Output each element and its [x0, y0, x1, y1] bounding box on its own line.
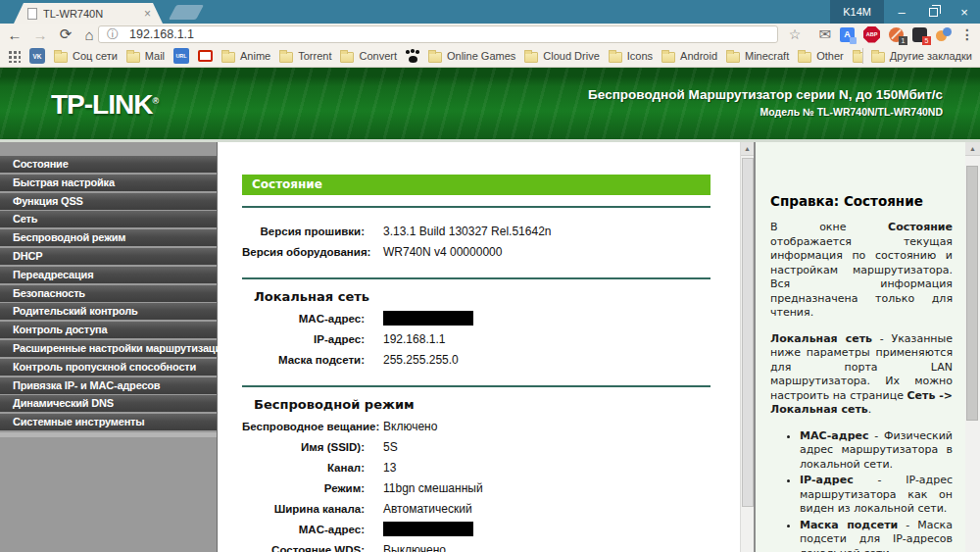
minimize-button[interactable]: –	[886, 0, 917, 24]
translate-extension-icon[interactable]: A	[840, 27, 855, 42]
bookmark-item-15[interactable]: Other	[798, 50, 844, 63]
row-value: 13	[365, 461, 396, 475]
bookmark-item-4[interactable]: URL	[173, 48, 189, 64]
restore-button[interactable]	[917, 0, 949, 24]
status-row: Версия оборудования:WR740N v4 00000000	[242, 241, 710, 262]
other-bookmarks-label: Другие закладки	[890, 50, 972, 62]
row-label: Режим:	[242, 482, 365, 494]
folder-icon	[726, 52, 740, 63]
url-text[interactable]: 192.168.1.1	[129, 27, 194, 41]
help-paragraph: Локальная сеть - Указанные ниже параметр…	[770, 332, 953, 418]
vk-icon: VK	[29, 48, 45, 64]
bookmark-item-1[interactable]: VK	[29, 48, 45, 64]
row-label: Имя (SSID):	[242, 441, 365, 453]
bookmark-item-7[interactable]: Torrent	[279, 50, 331, 63]
sidebar-item-1[interactable]: Быстрая настройка	[0, 175, 217, 191]
bookmark-star-icon[interactable]: ☆	[785, 24, 805, 45]
address-bar[interactable]: ⓘ 192.168.1.1	[98, 25, 778, 43]
bookmark-item-10[interactable]: Online Games	[428, 50, 515, 63]
sidebar-item-3[interactable]: Сеть	[0, 211, 217, 227]
window-controls: – ×	[886, 0, 980, 24]
help-title: Справка: Состояние	[770, 193, 953, 209]
bookmark-item-5[interactable]	[198, 50, 213, 62]
sidebar-item-14[interactable]: Системные инструменты	[0, 414, 217, 430]
sidebar-item-12[interactable]: Привязка IP- и MAC-адресов	[0, 377, 217, 394]
sidebar-item-5[interactable]: DHCP	[0, 248, 217, 265]
help-scrollbar[interactable]: ▲	[965, 142, 980, 552]
row-value: Автоматический	[365, 502, 472, 516]
bookmark-label: Android	[680, 50, 717, 62]
sidebar-item-4[interactable]: Беспроводной режим	[0, 229, 217, 246]
sidebar-item-13[interactable]: Динамический DNS	[0, 395, 217, 412]
sidebar-item-9[interactable]: Контроль доступа	[0, 322, 217, 338]
row-label: Ширина канала:	[242, 503, 365, 515]
blocker-extension-icon[interactable]: 1	[889, 27, 904, 42]
sidebar-item-10[interactable]: Расширенные настройки маршрутизации	[0, 340, 217, 357]
folder-icon	[126, 52, 140, 63]
row-value: 192.168.1.1	[365, 332, 445, 346]
mail-extension-icon[interactable]: ✉	[818, 25, 831, 43]
back-icon[interactable]: ←	[4, 24, 25, 45]
sidebar-item-0[interactable]: Состояние	[0, 156, 217, 173]
bookmark-item-14[interactable]: Minecraft	[726, 50, 789, 63]
page-info-icon[interactable]: ⓘ	[107, 26, 119, 43]
adblock-extension-icon[interactable]: ABP	[863, 26, 880, 43]
profile-badge[interactable]: K14M	[830, 0, 884, 24]
main-scrollbar[interactable]: ▲	[740, 142, 754, 552]
bookmarks-bar: VKСоц сетиMailURLAnimeTorrentConvertOnli…	[0, 45, 980, 68]
bookmark-item-12[interactable]: Icons	[609, 50, 653, 63]
bookmark-item-3[interactable]: Mail	[126, 50, 165, 63]
tplink-header: TP-LINK® Беспроводной Маршрутизатор сери…	[0, 68, 980, 139]
home-icon[interactable]: ⌂	[78, 24, 100, 45]
bookmark-item-16[interactable]: Skyrim Mods	[853, 50, 862, 63]
bookmark-item-2[interactable]: Соц сети	[54, 50, 118, 63]
paw-icon	[406, 49, 419, 63]
help-text: .	[868, 403, 872, 416]
redacted-mac-box	[383, 522, 473, 536]
header-model: Модель № TL-WR740N/TL-WR740ND	[588, 106, 943, 118]
bookmark-item-13[interactable]: Android	[662, 50, 717, 63]
browser-titlebar: TL-WR740N × K14M – ×	[0, 0, 980, 24]
main-scrollbar-thumb[interactable]	[742, 158, 754, 507]
browser-tab[interactable]: TL-WR740N ×	[14, 3, 163, 24]
browser-menu-icon[interactable]: ⋮	[960, 26, 974, 42]
sidebar-item-7[interactable]: Безопасность	[0, 285, 217, 302]
other-bookmarks-button[interactable]: Другие закладки	[871, 50, 972, 63]
bookmark-item-6[interactable]: Anime	[221, 50, 270, 63]
forward-icon[interactable]: →	[29, 24, 51, 45]
help-scroll-up-icon[interactable]: ▲	[965, 142, 980, 156]
tab-close-icon[interactable]: ×	[144, 8, 151, 20]
row-value: 5S	[365, 440, 398, 454]
tab-title: TL-WR740N	[43, 8, 138, 20]
help-list: MAC-адрес - Физический адрес маршрутизат…	[770, 429, 953, 552]
sidebar-item-11[interactable]: Контроль пропускной способности	[0, 359, 217, 376]
section-heading: Беспроводной режим	[254, 397, 710, 412]
main-scroll-up-icon[interactable]: ▲	[741, 142, 754, 156]
section-divider	[242, 277, 710, 279]
folder-icon	[340, 52, 354, 63]
url-icon: URL	[173, 48, 189, 64]
row-value: Включено	[365, 420, 437, 433]
chat-extension-icon[interactable]	[936, 26, 952, 42]
help-scrollbar-thumb[interactable]	[966, 166, 978, 421]
bookmark-item-9[interactable]	[406, 49, 419, 63]
folder-icon	[798, 52, 811, 63]
bookmark-item-0[interactable]	[8, 50, 21, 63]
row-label: IP-адрес:	[242, 333, 365, 345]
row-value: Выключено	[365, 543, 446, 552]
sidebar-item-2[interactable]: Функция QSS	[0, 193, 217, 210]
new-tab-button[interactable]	[169, 5, 204, 20]
close-button[interactable]: ×	[949, 0, 980, 24]
sidebar-item-6[interactable]: Переадресация	[0, 267, 217, 283]
reload-icon[interactable]: ⟳	[55, 24, 76, 45]
sidebar-menu: СостояниеБыстрая настройкаФункция QSSСет…	[0, 142, 218, 552]
bookmark-item-8[interactable]: Convert	[340, 50, 397, 63]
dark-extension-icon[interactable]: 5	[912, 27, 927, 42]
section-divider	[242, 206, 710, 208]
row-label: Версия прошивки:	[242, 226, 365, 237]
folder-icon	[54, 52, 68, 63]
row-label: Версия оборудования:	[242, 246, 365, 258]
sidebar-item-8[interactable]: Родительский контроль	[0, 303, 217, 320]
bookmark-item-11[interactable]: Cloud Drive	[524, 50, 599, 63]
bookmark-label: Online Games	[447, 50, 515, 62]
